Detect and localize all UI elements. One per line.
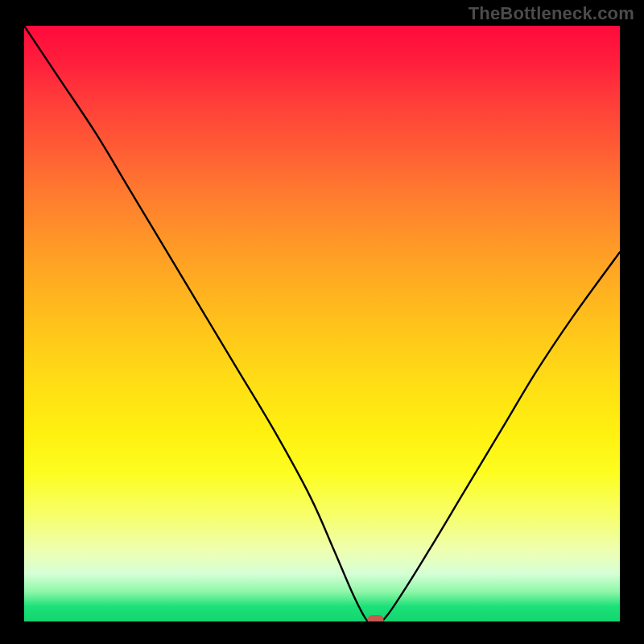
plot-area — [24, 26, 620, 621]
optimum-marker — [368, 615, 384, 621]
watermark-text: TheBottleneck.com — [469, 3, 634, 24]
curve-layer — [24, 26, 620, 621]
bottleneck-curve — [24, 26, 620, 621]
chart-root: TheBottleneck.com — [0, 0, 644, 644]
